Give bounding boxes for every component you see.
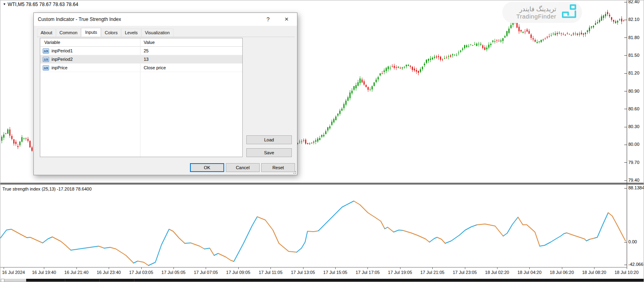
price-axis-tick bbox=[624, 2, 627, 2]
time-axis-tick bbox=[465, 267, 465, 269]
logo-title-english: TradingFinder bbox=[516, 13, 556, 20]
indicator-axis-tick bbox=[624, 265, 627, 265]
time-axis-label: 18 Jul 10:20 bbox=[615, 270, 639, 275]
time-axis-label: 18 Jul 04:20 bbox=[517, 270, 541, 275]
time-axis-label: 17 Jul 09:05 bbox=[226, 270, 250, 275]
cancel-button[interactable]: Cancel bbox=[226, 163, 260, 172]
price-axis-label: 80.00 bbox=[628, 142, 640, 147]
time-axis-label: 16 Jul 19:40 bbox=[32, 270, 56, 275]
ok-button[interactable]: OK bbox=[190, 163, 224, 172]
price-axis-tick bbox=[624, 37, 627, 38]
time-axis-tick bbox=[432, 267, 433, 269]
numeric-parameter-icon: 123 bbox=[43, 48, 49, 54]
time-axis-tick bbox=[109, 267, 109, 269]
time-axis-label: 17 Jul 23:05 bbox=[453, 270, 477, 275]
time-axis-line bbox=[0, 267, 627, 267]
indicator-axis-label: 0.00 bbox=[628, 239, 637, 244]
variable-cell: 123inpPeriod1 bbox=[40, 48, 140, 54]
variable-name: inpPrice bbox=[52, 65, 68, 70]
time-axis-label: 18 Jul 06:20 bbox=[550, 270, 574, 275]
tab-colors[interactable]: Colors bbox=[101, 29, 121, 37]
price-axis-label: 80.90 bbox=[628, 89, 640, 93]
close-icon[interactable]: × bbox=[280, 13, 293, 26]
indicator-axis-tick bbox=[624, 188, 627, 189]
time-axis-label: 17 Jul 15:05 bbox=[323, 270, 347, 275]
dialog-tabstrip: AboutCommonInputsColorsLevelsVisualizati… bbox=[37, 28, 295, 37]
value-cell[interactable]: 25 bbox=[140, 48, 149, 53]
symbol-quote-text: WTI,M5 78.65 78.67 78.63 78.64 bbox=[8, 2, 78, 7]
load-button[interactable]: Load bbox=[246, 135, 292, 144]
price-axis-tick bbox=[624, 145, 627, 145]
panel-splitter[interactable] bbox=[0, 182, 644, 185]
price-axis-label: 79.40 bbox=[628, 178, 640, 182]
variable-name: inpPeriod2 bbox=[52, 57, 73, 62]
price-axis-label: 82.40 bbox=[628, 0, 640, 4]
value-cell[interactable]: Close price bbox=[140, 65, 166, 70]
tradingfinder-logo-icon bbox=[560, 3, 577, 22]
bottom-window-strip bbox=[26, 279, 644, 282]
time-axis-label: 17 Jul 05:05 bbox=[161, 270, 186, 275]
time-axis-label: 16 Jul 23:40 bbox=[97, 270, 121, 275]
table-row[interactable]: 123inpPriceClose price bbox=[40, 64, 242, 72]
time-axis-label: 18 Jul 08:20 bbox=[582, 270, 606, 275]
price-axis-tick bbox=[624, 73, 627, 74]
reset-button[interactable]: Reset bbox=[261, 163, 295, 172]
tab-inputs[interactable]: Inputs bbox=[81, 28, 101, 37]
variable-cell: 123inpPeriod2 bbox=[40, 57, 140, 62]
time-axis-label: 17 Jul 11:05 bbox=[259, 270, 283, 275]
tab-levels[interactable]: Levels bbox=[121, 29, 141, 37]
time-axis-tick bbox=[497, 267, 497, 269]
time-axis-label: 17 Jul 19:05 bbox=[388, 270, 412, 275]
tradingfinder-watermark: تریدینگ فایندر TradingFinder bbox=[502, 2, 582, 23]
value-cell[interactable]: 13 bbox=[140, 57, 149, 62]
time-axis-tick bbox=[529, 267, 530, 269]
variable-cell: 123inpPrice bbox=[40, 65, 140, 70]
price-axis-label: 81.50 bbox=[628, 53, 640, 58]
time-axis-tick bbox=[44, 267, 44, 269]
time-axis-label: 18 Jul 02:20 bbox=[485, 270, 509, 275]
table-row[interactable]: 123inpPeriod125 bbox=[40, 47, 242, 55]
save-button[interactable]: Save bbox=[246, 148, 292, 157]
header-value: Value bbox=[140, 40, 155, 45]
logo-title-farsi: تریدینگ فایندر bbox=[516, 5, 556, 13]
tab-visualization[interactable]: Visualization bbox=[141, 29, 173, 37]
numeric-parameter-icon: 123 bbox=[43, 57, 49, 62]
indicator-axis-label: -42.0667 bbox=[628, 262, 644, 267]
price-axis-label: 80.60 bbox=[628, 106, 640, 111]
table-row[interactable]: 123inpPeriod213 bbox=[40, 55, 242, 64]
price-axis-line bbox=[627, 0, 627, 267]
price-axis-tick bbox=[624, 180, 627, 181]
price-axis-tick bbox=[624, 20, 627, 20]
time-axis-label: 16 Jul 21:40 bbox=[64, 270, 89, 275]
price-axis-tick bbox=[624, 91, 627, 91]
variable-name: inpPeriod1 bbox=[52, 48, 73, 53]
time-axis-tick bbox=[173, 267, 174, 269]
mt4-window: ▼WTI,M5 78.65 78.67 78.63 78.64 تریدینگ … bbox=[0, 0, 644, 282]
time-axis-label: 17 Jul 07:05 bbox=[194, 270, 218, 275]
time-axis-tick bbox=[206, 267, 206, 269]
time-axis-label: 17 Jul 13:05 bbox=[291, 270, 315, 275]
price-axis-tick bbox=[624, 55, 627, 56]
time-axis-tick bbox=[562, 267, 562, 269]
time-axis-tick bbox=[627, 267, 627, 269]
price-axis-label: 79.70 bbox=[628, 160, 640, 165]
price-axis-label: 82.10 bbox=[628, 17, 640, 22]
tab-about[interactable]: About bbox=[37, 29, 56, 37]
price-axis-label: 80.30 bbox=[628, 124, 640, 129]
indicator-axis-tick bbox=[624, 242, 627, 243]
tab-common[interactable]: Common bbox=[56, 29, 81, 37]
price-axis-label: 81.20 bbox=[628, 70, 640, 75]
time-axis-tick bbox=[76, 267, 77, 269]
time-axis-label: 17 Jul 21:05 bbox=[420, 270, 444, 275]
dialog-titlebar[interactable]: Custom Indicator - True Strength Index ?… bbox=[34, 13, 297, 26]
help-button[interactable]: ? bbox=[262, 13, 275, 26]
time-axis-tick bbox=[238, 267, 239, 269]
indicator-value-label: True strength index (25,13) -17.2018 78.… bbox=[2, 187, 92, 191]
time-axis-tick bbox=[303, 267, 303, 269]
price-axis-tick bbox=[624, 127, 627, 127]
time-axis-tick bbox=[141, 267, 142, 269]
bottom-gray-strip bbox=[4, 279, 26, 282]
resize-grip[interactable] bbox=[293, 170, 296, 174]
price-axis-tick bbox=[624, 109, 627, 109]
chevron-down-icon[interactable]: ▼ bbox=[3, 2, 6, 6]
